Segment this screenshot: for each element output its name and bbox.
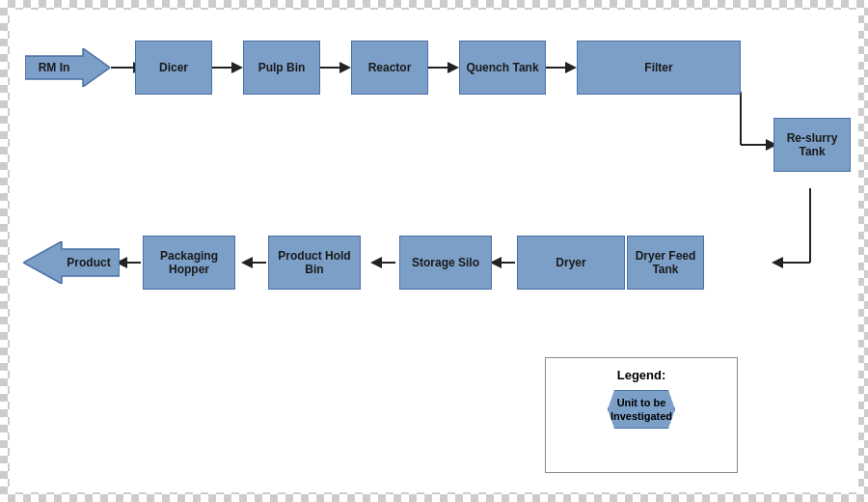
svg-marker-9 bbox=[565, 62, 577, 73]
svg-text:Product: Product bbox=[67, 256, 110, 269]
dryer-box: Dryer bbox=[517, 236, 625, 290]
svg-marker-7 bbox=[448, 62, 459, 73]
svg-marker-21 bbox=[370, 257, 382, 268]
svg-marker-15 bbox=[772, 257, 783, 268]
product-hold-bin-box: Product Hold Bin bbox=[268, 236, 361, 290]
dryer-feed-tank-box: Dryer Feed Tank bbox=[627, 236, 704, 290]
svg-marker-23 bbox=[241, 257, 253, 268]
diagram: RM In Dicer Pulp Bin Reactor Quench Tank… bbox=[10, 10, 858, 492]
quench-tank-box: Quench Tank bbox=[459, 41, 546, 95]
reactor-box: Reactor bbox=[351, 41, 428, 95]
re-slurry-tank-box: Re-slurry Tank bbox=[773, 118, 851, 172]
svg-text:RM In: RM In bbox=[39, 61, 70, 74]
packaging-hopper-box: Packaging Hopper bbox=[143, 236, 235, 290]
svg-marker-5 bbox=[339, 62, 351, 73]
dicer-box: Dicer bbox=[135, 41, 212, 95]
filter-box: Filter bbox=[577, 41, 741, 95]
storage-silo-box: Storage Silo bbox=[399, 236, 492, 290]
product-output: Product bbox=[23, 241, 120, 284]
svg-marker-3 bbox=[231, 62, 243, 73]
pulp-bin-box: Pulp Bin bbox=[243, 41, 320, 95]
rm-in-label: RM In bbox=[25, 48, 110, 87]
legend-title: Legend: bbox=[561, 368, 721, 382]
legend-item-hex: Unit to be Investigated bbox=[608, 390, 675, 429]
legend: Legend: Unit to be Investigated bbox=[545, 357, 738, 473]
